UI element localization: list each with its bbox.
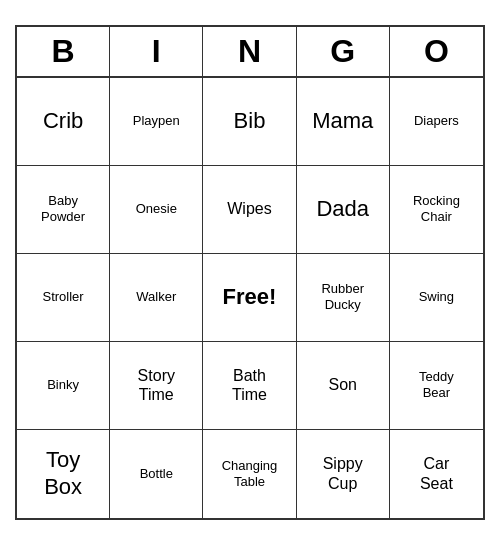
bingo-cell-1: Playpen (110, 78, 203, 166)
cell-text-21: Bottle (140, 466, 173, 482)
cell-text-9: Rocking Chair (413, 193, 460, 224)
bingo-cell-14: Swing (390, 254, 483, 342)
cell-text-16: Story Time (138, 366, 175, 404)
bingo-cell-13: Rubber Ducky (297, 254, 390, 342)
bingo-cell-16: Story Time (110, 342, 203, 430)
header-letter-g: G (297, 27, 390, 76)
bingo-cell-19: Teddy Bear (390, 342, 483, 430)
bingo-cell-24: Car Seat (390, 430, 483, 518)
bingo-cell-2: Bib (203, 78, 296, 166)
bingo-grid: CribPlaypenBibMamaDiapersBaby PowderOnes… (17, 78, 483, 518)
header-letter-i: I (110, 27, 203, 76)
cell-text-2: Bib (234, 108, 266, 134)
bingo-cell-22: Changing Table (203, 430, 296, 518)
bingo-header: BINGO (17, 27, 483, 78)
cell-text-24: Car Seat (420, 454, 453, 492)
bingo-cell-15: Binky (17, 342, 110, 430)
bingo-cell-9: Rocking Chair (390, 166, 483, 254)
bingo-cell-10: Stroller (17, 254, 110, 342)
bingo-cell-5: Baby Powder (17, 166, 110, 254)
cell-text-19: Teddy Bear (419, 369, 454, 400)
bingo-cell-8: Dada (297, 166, 390, 254)
bingo-cell-12: Free! (203, 254, 296, 342)
header-letter-n: N (203, 27, 296, 76)
cell-text-4: Diapers (414, 113, 459, 129)
cell-text-15: Binky (47, 377, 79, 393)
cell-text-1: Playpen (133, 113, 180, 129)
cell-text-18: Son (328, 375, 356, 394)
cell-text-3: Mama (312, 108, 373, 134)
bingo-card: BINGO CribPlaypenBibMamaDiapersBaby Powd… (15, 25, 485, 520)
bingo-cell-11: Walker (110, 254, 203, 342)
bingo-cell-4: Diapers (390, 78, 483, 166)
cell-text-10: Stroller (43, 289, 84, 305)
bingo-cell-23: Sippy Cup (297, 430, 390, 518)
header-letter-o: O (390, 27, 483, 76)
bingo-cell-17: Bath Time (203, 342, 296, 430)
bingo-cell-3: Mama (297, 78, 390, 166)
cell-text-20: Toy Box (44, 447, 82, 500)
cell-text-14: Swing (419, 289, 454, 305)
cell-text-0: Crib (43, 108, 83, 134)
cell-text-5: Baby Powder (41, 193, 85, 224)
bingo-cell-7: Wipes (203, 166, 296, 254)
bingo-cell-18: Son (297, 342, 390, 430)
cell-text-11: Walker (136, 289, 176, 305)
bingo-cell-0: Crib (17, 78, 110, 166)
cell-text-8: Dada (316, 196, 369, 222)
bingo-cell-21: Bottle (110, 430, 203, 518)
cell-text-7: Wipes (227, 199, 271, 218)
cell-text-6: Onesie (136, 201, 177, 217)
bingo-cell-20: Toy Box (17, 430, 110, 518)
bingo-cell-6: Onesie (110, 166, 203, 254)
cell-text-17: Bath Time (232, 366, 267, 404)
cell-text-22: Changing Table (222, 458, 278, 489)
cell-text-12: Free! (223, 284, 277, 310)
header-letter-b: B (17, 27, 110, 76)
cell-text-13: Rubber Ducky (321, 281, 364, 312)
cell-text-23: Sippy Cup (323, 454, 363, 492)
